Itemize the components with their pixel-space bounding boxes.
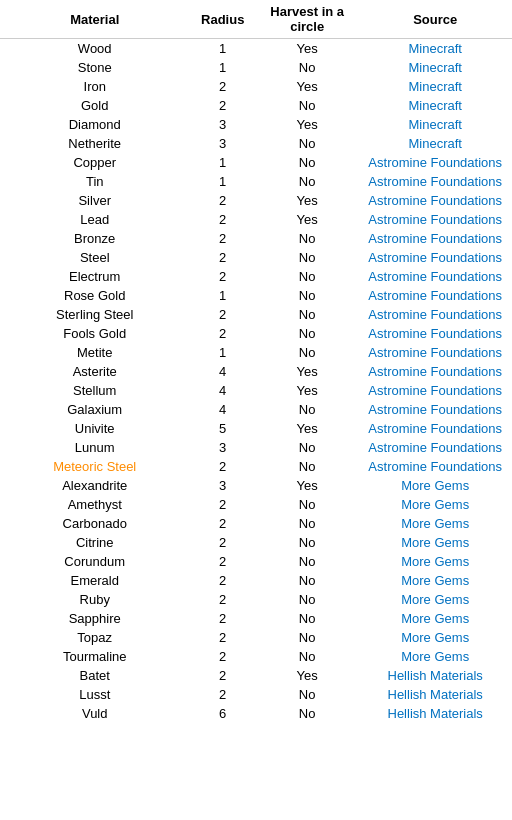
cell-material: Netherite — [0, 134, 189, 153]
cell-material: Topaz — [0, 628, 189, 647]
cell-harvest: No — [256, 305, 358, 324]
table-row: Alexandrite3YesMore Gems — [0, 476, 512, 495]
cell-radius: 3 — [189, 134, 256, 153]
cell-source: More Gems — [358, 590, 512, 609]
cell-source: Astromine Foundations — [358, 438, 512, 457]
cell-harvest: Yes — [256, 419, 358, 438]
header-material: Material — [0, 0, 189, 39]
cell-harvest: No — [256, 438, 358, 457]
cell-source: Astromine Foundations — [358, 248, 512, 267]
cell-harvest: Yes — [256, 39, 358, 59]
cell-material: Asterite — [0, 362, 189, 381]
cell-material: Bronze — [0, 229, 189, 248]
table-row: Rose Gold1NoAstromine Foundations — [0, 286, 512, 305]
cell-radius: 2 — [189, 685, 256, 704]
cell-source: Astromine Foundations — [358, 172, 512, 191]
cell-harvest: Yes — [256, 666, 358, 685]
cell-source: Minecraft — [358, 134, 512, 153]
cell-radius: 2 — [189, 457, 256, 476]
table-row: Bronze2NoAstromine Foundations — [0, 229, 512, 248]
cell-radius: 2 — [189, 628, 256, 647]
cell-radius: 4 — [189, 381, 256, 400]
cell-radius: 2 — [189, 267, 256, 286]
table-row: Emerald2NoMore Gems — [0, 571, 512, 590]
table-row: Vuld6NoHellish Materials — [0, 704, 512, 723]
table-row: Asterite4YesAstromine Foundations — [0, 362, 512, 381]
cell-source: Astromine Foundations — [358, 419, 512, 438]
cell-harvest: No — [256, 552, 358, 571]
cell-radius: 1 — [189, 286, 256, 305]
cell-harvest: Yes — [256, 381, 358, 400]
cell-radius: 2 — [189, 514, 256, 533]
cell-source: Astromine Foundations — [358, 362, 512, 381]
cell-source: Hellish Materials — [358, 666, 512, 685]
table-row: Lunum3NoAstromine Foundations — [0, 438, 512, 457]
table-row: Amethyst2NoMore Gems — [0, 495, 512, 514]
cell-radius: 2 — [189, 248, 256, 267]
cell-source: Minecraft — [358, 96, 512, 115]
cell-material: Metite — [0, 343, 189, 362]
table-row: Sterling Steel2NoAstromine Foundations — [0, 305, 512, 324]
cell-harvest: No — [256, 514, 358, 533]
table-row: Electrum2NoAstromine Foundations — [0, 267, 512, 286]
cell-radius: 2 — [189, 666, 256, 685]
cell-harvest: No — [256, 248, 358, 267]
table-row: Gold2NoMinecraft — [0, 96, 512, 115]
table-row: Diamond3YesMinecraft — [0, 115, 512, 134]
table-header-row: Material Radius Harvest in a circle Sour… — [0, 0, 512, 39]
cell-harvest: Yes — [256, 115, 358, 134]
cell-source: More Gems — [358, 495, 512, 514]
cell-harvest: No — [256, 267, 358, 286]
cell-radius: 2 — [189, 533, 256, 552]
cell-harvest: No — [256, 590, 358, 609]
cell-radius: 2 — [189, 495, 256, 514]
cell-radius: 2 — [189, 590, 256, 609]
table-row: Galaxium4NoAstromine Foundations — [0, 400, 512, 419]
cell-source: More Gems — [358, 476, 512, 495]
cell-harvest: No — [256, 96, 358, 115]
cell-harvest: No — [256, 685, 358, 704]
cell-harvest: Yes — [256, 476, 358, 495]
cell-source: Astromine Foundations — [358, 210, 512, 229]
cell-radius: 6 — [189, 704, 256, 723]
cell-source: More Gems — [358, 609, 512, 628]
cell-source: Astromine Foundations — [358, 286, 512, 305]
cell-radius: 2 — [189, 571, 256, 590]
table-row: Tourmaline2NoMore Gems — [0, 647, 512, 666]
table-row: Ruby2NoMore Gems — [0, 590, 512, 609]
cell-radius: 2 — [189, 96, 256, 115]
cell-source: Astromine Foundations — [358, 191, 512, 210]
cell-material: Diamond — [0, 115, 189, 134]
table-row: Stone1NoMinecraft — [0, 58, 512, 77]
cell-harvest: No — [256, 343, 358, 362]
table-row: Stellum4YesAstromine Foundations — [0, 381, 512, 400]
cell-source: Astromine Foundations — [358, 267, 512, 286]
cell-material: Sapphire — [0, 609, 189, 628]
table-row: Fools Gold2NoAstromine Foundations — [0, 324, 512, 343]
cell-harvest: No — [256, 571, 358, 590]
cell-source: Minecraft — [358, 39, 512, 59]
table-row: Univite5YesAstromine Foundations — [0, 419, 512, 438]
cell-radius: 2 — [189, 647, 256, 666]
cell-source: Hellish Materials — [358, 685, 512, 704]
cell-material: Sterling Steel — [0, 305, 189, 324]
cell-radius: 2 — [189, 210, 256, 229]
cell-source: More Gems — [358, 514, 512, 533]
cell-harvest: No — [256, 153, 358, 172]
cell-radius: 2 — [189, 191, 256, 210]
cell-source: Astromine Foundations — [358, 153, 512, 172]
table-row: Topaz2NoMore Gems — [0, 628, 512, 647]
cell-source: Astromine Foundations — [358, 229, 512, 248]
cell-material: Univite — [0, 419, 189, 438]
cell-material: Alexandrite — [0, 476, 189, 495]
cell-radius: 1 — [189, 58, 256, 77]
header-source: Source — [358, 0, 512, 39]
header-radius: Radius — [189, 0, 256, 39]
cell-material: Electrum — [0, 267, 189, 286]
cell-material: Ruby — [0, 590, 189, 609]
cell-radius: 1 — [189, 153, 256, 172]
cell-radius: 2 — [189, 552, 256, 571]
cell-radius: 3 — [189, 438, 256, 457]
cell-harvest: No — [256, 457, 358, 476]
cell-material: Tin — [0, 172, 189, 191]
